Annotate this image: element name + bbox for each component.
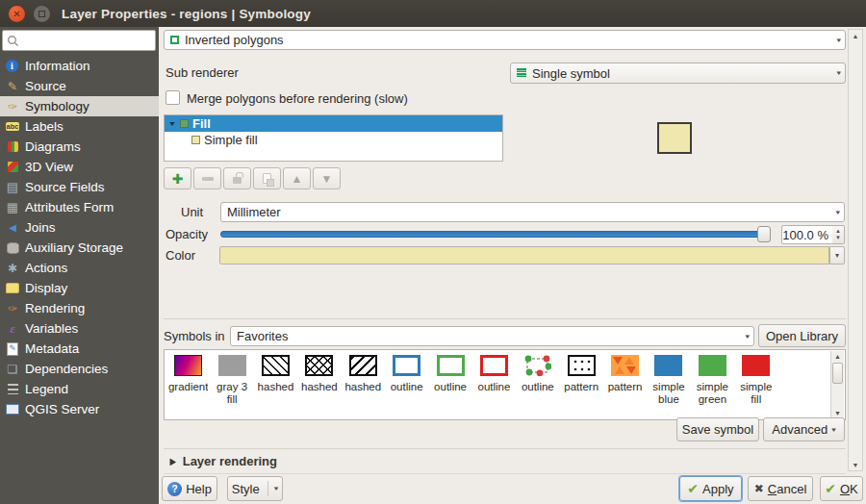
- source-fields-icon: [5, 180, 20, 194]
- add-symbol-layer-button[interactable]: [164, 167, 191, 189]
- minus-icon: [202, 177, 214, 181]
- sidebar-item-joins[interactable]: Joins: [0, 217, 159, 238]
- style-button[interactable]: Style ▾: [227, 476, 283, 501]
- symbol-item-simple-green[interactable]: simple green: [691, 355, 734, 407]
- sidebar-item-attributes-form[interactable]: Attributes Form: [0, 197, 159, 217]
- simple-fill-icon: [191, 136, 200, 144]
- move-up-button[interactable]: [283, 167, 311, 189]
- sidebar-item-actions[interactable]: Actions: [0, 258, 159, 278]
- sidebar: Information Source Symbology Labels Diag…: [0, 27, 159, 504]
- sidebar-item-metadata[interactable]: Metadata: [0, 339, 159, 359]
- sidebar-item-display[interactable]: Display: [0, 278, 159, 298]
- gray-fill-swatch: [218, 355, 246, 376]
- move-down-button[interactable]: [313, 167, 341, 189]
- spin-down-icon[interactable]: ▼: [835, 235, 841, 241]
- scroll-up-icon[interactable]: ▲: [849, 30, 862, 41]
- symbol-item-outline-markers[interactable]: outline: [516, 355, 559, 407]
- close-button[interactable]: ✕: [9, 6, 25, 22]
- opacity-spinbox[interactable]: 100.0 %: [781, 225, 833, 244]
- scroll-up-icon[interactable]: ▲: [831, 351, 844, 362]
- cancel-button[interactable]: Cancel: [748, 476, 813, 501]
- joins-icon: [5, 220, 20, 235]
- sub-renderer-combobox[interactable]: Single symbol ▾: [510, 63, 846, 84]
- slider-track[interactable]: [220, 231, 763, 238]
- sidebar-search[interactable]: [2, 30, 156, 51]
- red-outline-swatch: [480, 355, 508, 376]
- apply-button[interactable]: Apply: [679, 476, 742, 501]
- sidebar-list: Information Source Symbology Labels Diag…: [0, 56, 159, 419]
- legend-icon: [5, 382, 20, 396]
- search-input[interactable]: [19, 33, 151, 48]
- expander-icon[interactable]: ▼: [165, 120, 180, 128]
- slider-handle[interactable]: [757, 226, 771, 242]
- sidebar-item-information[interactable]: Information: [0, 56, 159, 76]
- sidebar-item-diagrams[interactable]: Diagrams: [0, 137, 159, 157]
- open-lock-icon: [233, 177, 242, 184]
- color-button[interactable]: [219, 246, 829, 265]
- merge-polygons-label: Merge polygons before rendering (slow): [187, 91, 408, 106]
- symbol-item-simple-blue[interactable]: simple blue: [647, 355, 690, 407]
- symbol-item-gray-fill[interactable]: gray 3 fill: [210, 355, 253, 407]
- sidebar-item-labels[interactable]: Labels: [0, 116, 159, 137]
- display-icon: [5, 281, 20, 295]
- renderer-combobox[interactable]: Inverted polygons ▾: [164, 30, 846, 50]
- symbols-list: gradient gray 3 fill hashed hashed hashe…: [164, 349, 846, 420]
- symbol-item-hashed-1[interactable]: hashed: [254, 355, 297, 407]
- source-icon: [5, 79, 20, 93]
- sidebar-item-legend[interactable]: Legend: [0, 379, 159, 399]
- color-dropdown-button[interactable]: ▾: [829, 246, 845, 265]
- symbol-item-hashed-3[interactable]: hashed: [342, 355, 385, 407]
- merge-polygons-checkbox[interactable]: [166, 90, 180, 105]
- symbol-item-hashed-2[interactable]: hashed: [297, 355, 341, 407]
- spin-arrows[interactable]: ▲▼: [832, 225, 845, 244]
- sidebar-item-source-fields[interactable]: Source Fields: [0, 177, 159, 197]
- variables-icon: [5, 321, 20, 336]
- sidebar-item-dependencies[interactable]: Dependencies: [0, 359, 159, 379]
- sub-renderer-label: Sub renderer: [166, 65, 239, 80]
- symbol-item-outline-blue[interactable]: outline: [385, 355, 428, 407]
- chevron-down-icon: ▾: [836, 36, 841, 43]
- layer-rendering-header[interactable]: ▶ Layer rendering: [164, 448, 846, 474]
- opacity-slider[interactable]: [220, 226, 771, 242]
- rendering-icon: [5, 301, 20, 315]
- scroll-thumb[interactable]: [832, 363, 843, 384]
- chevron-down-icon: ▾: [835, 208, 840, 215]
- ok-button[interactable]: OK: [820, 476, 863, 501]
- down-arrow-icon: [321, 171, 333, 186]
- opacity-label: Opacity: [166, 227, 208, 241]
- unit-combobox[interactable]: Millimeter ▾: [220, 202, 845, 222]
- duplicate-symbol-layer-button[interactable]: [253, 167, 281, 189]
- sidebar-item-auxiliary-storage[interactable]: Auxiliary Storage: [0, 238, 159, 258]
- layer-properties-dialog: ✕ Layer Properties - regions | Symbology…: [0, 0, 866, 504]
- symbol-item-pattern-orange[interactable]: pattern: [603, 355, 647, 407]
- symbol-item-outline-red[interactable]: outline: [472, 355, 516, 407]
- panel-scrollbar[interactable]: ▲ ▼: [848, 29, 863, 471]
- maximize-button[interactable]: [34, 6, 50, 22]
- advanced-button[interactable]: Advanced ▾: [763, 417, 845, 441]
- symbol-item-pattern-dots[interactable]: pattern: [560, 355, 603, 407]
- lock-color-button[interactable]: [223, 167, 251, 189]
- symbol-item-outline-green[interactable]: outline: [428, 355, 471, 407]
- symbols-scrollbar[interactable]: ▲ ▼: [830, 351, 844, 418]
- open-library-button[interactable]: Open Library: [758, 324, 846, 347]
- tree-row-simple-fill[interactable]: Simple fill: [165, 132, 502, 148]
- sidebar-item-symbology[interactable]: Symbology: [0, 96, 159, 116]
- symbol-group-combobox[interactable]: Favorites ▾: [230, 326, 754, 346]
- help-button[interactable]: ? Help: [162, 476, 217, 501]
- spin-up-icon[interactable]: ▲: [835, 228, 841, 235]
- symbol-item-gradient[interactable]: gradient: [166, 355, 210, 407]
- sidebar-item-rendering[interactable]: Rendering: [0, 298, 159, 318]
- symbol-item-simple-fill[interactable]: simple fill: [734, 355, 777, 407]
- save-symbol-button[interactable]: Save symbol: [676, 417, 759, 441]
- sidebar-item-variables[interactable]: Variables: [0, 318, 159, 339]
- check-icon: [825, 482, 836, 495]
- remove-symbol-layer-button[interactable]: [193, 167, 221, 189]
- tree-row-fill[interactable]: ▼ Fill: [165, 115, 502, 132]
- 3d-view-icon: [5, 160, 20, 174]
- collapsed-arrow-icon: ▶: [170, 456, 177, 466]
- sidebar-item-3d-view[interactable]: 3D View: [0, 157, 159, 177]
- sidebar-item-qgis-server[interactable]: QGIS Server: [0, 399, 159, 419]
- sidebar-item-source[interactable]: Source: [0, 76, 159, 96]
- scroll-down-icon[interactable]: ▼: [849, 459, 862, 470]
- symbols-row: gradient gray 3 fill hashed hashed hashe…: [166, 355, 777, 407]
